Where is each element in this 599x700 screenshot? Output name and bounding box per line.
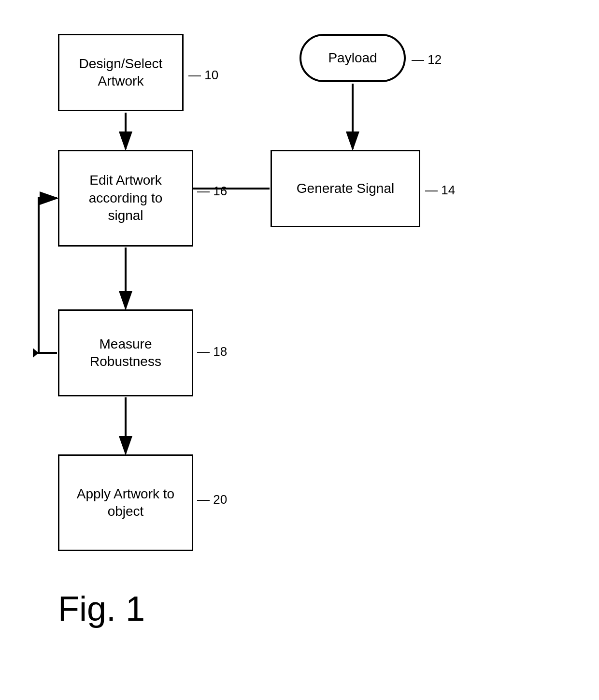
box-apply-artwork: Apply Artwork toobject xyxy=(58,454,193,551)
box-generate-signal: Generate Signal xyxy=(271,150,420,227)
box-payload: Payload xyxy=(300,34,406,82)
ref-edit: — 16 xyxy=(197,184,227,199)
ref-generate: — 14 xyxy=(425,183,455,198)
figure-label: Fig. 1 xyxy=(58,589,145,628)
ref-measure: — 18 xyxy=(197,344,227,359)
ref-design: — 10 xyxy=(188,68,218,83)
box-design-artwork: Design/Select Artwork xyxy=(58,34,184,111)
box-edit-artwork: Edit Artworkaccording tosignal xyxy=(58,150,193,247)
ref-payload: — 12 xyxy=(412,52,442,67)
box-measure-robustness: MeasureRobustness xyxy=(58,309,193,396)
diagram-container: Design/Select Artwork — 10 Payload — 12 … xyxy=(29,19,560,638)
ref-apply: — 20 xyxy=(197,492,227,507)
